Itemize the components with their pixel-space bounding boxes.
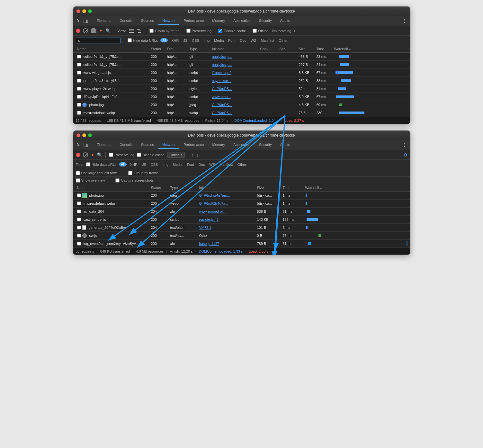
more-options-icon-2[interactable]: ⋮ xyxy=(402,142,407,148)
more-options-icon[interactable]: ⋮ xyxy=(402,18,407,24)
tab-network[interactable]: Network xyxy=(158,17,179,25)
disable-cache-check-1[interactable]: Disable cache xyxy=(218,29,246,33)
table-row[interactable]: photo.jpg 200 http/... jpeg G_P6rpRS... … xyxy=(73,101,410,109)
minimize-button-2[interactable] xyxy=(82,133,86,137)
maximize-button-1[interactable] xyxy=(88,9,92,13)
row-check[interactable] xyxy=(77,234,81,237)
th-type-1[interactable]: Type xyxy=(188,46,211,51)
row-check[interactable] xyxy=(77,202,81,205)
table-row[interactable]: www-widgetapi.js 200 http/... script ifr… xyxy=(73,69,410,77)
tab-security-2[interactable]: Security xyxy=(255,141,276,149)
tab-console[interactable]: Console xyxy=(116,17,136,25)
record-button-1[interactable] xyxy=(76,29,80,33)
filter-xhr-1[interactable]: XHR xyxy=(170,38,180,43)
row-check[interactable] xyxy=(77,63,81,67)
tab-performance-2[interactable]: Performance xyxy=(180,141,208,149)
tab-sources-2[interactable]: Sources xyxy=(137,141,158,149)
row-check[interactable] xyxy=(77,87,81,91)
filter-js-2[interactable]: JS xyxy=(141,162,147,167)
show-overview-check[interactable]: Show overview xyxy=(76,178,105,183)
filter-manifest-1[interactable]: Manifest xyxy=(260,38,275,43)
filter-xhr-2[interactable]: XHR xyxy=(129,162,139,167)
throttle-dropdown-arrow[interactable]: ▾ xyxy=(294,29,295,32)
row-check[interactable] xyxy=(77,218,81,221)
camera-button-1[interactable] xyxy=(91,29,96,33)
th-status-1[interactable]: Status xyxy=(150,46,166,51)
filter-other-1[interactable]: Other xyxy=(278,38,289,43)
th-waterfall-1[interactable]: Waterfall ▲ xyxy=(333,46,407,51)
th-initiator-2[interactable]: Initiator xyxy=(198,185,256,190)
table-row[interactable]: 4PUpJpDdHqrNlnFpJ... 200 http/... script… xyxy=(73,93,410,101)
tab-audits-2[interactable]: Audits xyxy=(276,141,294,149)
filter-ws-1[interactable]: WS xyxy=(250,38,257,43)
offline-check-1[interactable]: Offline xyxy=(253,29,268,33)
row-check[interactable] xyxy=(77,103,81,107)
table-row[interactable]: cast_sender.js 200 script remote.js:41 1… xyxy=(73,216,410,224)
table-row[interactable]: collect?v=1&_v=j75&a... 200 http/... gif… xyxy=(73,53,410,61)
clear-button-2[interactable] xyxy=(83,152,88,157)
row-check[interactable] xyxy=(77,71,81,75)
tab-application[interactable]: Application xyxy=(229,17,255,25)
filter-css-2[interactable]: CSS xyxy=(150,162,159,167)
tab-sources[interactable]: Sources xyxy=(137,17,158,25)
th-time-1[interactable]: Time xyxy=(315,46,333,51)
preserve-log-check-1[interactable]: Preserve log xyxy=(186,29,212,33)
filter-other-2[interactable]: Other xyxy=(237,162,247,167)
table-row[interactable]: prompt?t=a&site=ylj5if... 200 http/... s… xyxy=(73,77,410,85)
search-icon-1[interactable]: 🔍 xyxy=(105,28,111,33)
table-row[interactable]: collect?v=1&_v=j75&a... 200 http/... gif… xyxy=(73,61,410,69)
filter-media-2[interactable]: Media xyxy=(172,162,183,167)
search-icon-2[interactable]: 🔍 xyxy=(97,152,102,157)
device-toolbar-icon[interactable] xyxy=(83,18,89,24)
th-name-2[interactable]: Name xyxy=(76,185,150,190)
view-list-icon[interactable] xyxy=(129,28,134,34)
th-size-1[interactable]: Size xyxy=(298,46,315,51)
th-cookies-1[interactable]: Cook... xyxy=(259,46,278,51)
filter-ws-2[interactable]: WS xyxy=(208,162,216,167)
tab-elements[interactable]: Elements xyxy=(93,17,115,25)
row-check[interactable] xyxy=(77,111,81,115)
hide-data-urls-check-2[interactable]: Hide data URLs xyxy=(86,162,117,166)
th-type-2[interactable]: Type xyxy=(169,185,198,190)
row-check[interactable] xyxy=(77,193,81,197)
th-proto-1[interactable]: Prot... xyxy=(166,46,188,51)
filter-doc-2[interactable]: Doc xyxy=(198,162,206,167)
table-row[interactable]: photo.jpg 200 jpeg G_P6rphsr4g7am... (di… xyxy=(73,192,410,200)
th-waterfall-2[interactable]: Waterfall ▲ xyxy=(304,185,407,190)
filter-icon-2[interactable]: ▼ xyxy=(91,152,95,157)
tab-memory[interactable]: Memory xyxy=(208,17,229,25)
filter-font-2[interactable]: Font xyxy=(186,162,195,167)
tab-application-2[interactable]: Application xyxy=(229,141,255,149)
filter-img-2[interactable]: Img xyxy=(161,162,169,167)
group-by-frame-check-1[interactable]: Group by frame xyxy=(149,29,179,33)
clear-button-1[interactable] xyxy=(83,28,88,33)
filter-manifest-2[interactable]: Manifest xyxy=(219,162,234,167)
filter-doc-1[interactable]: Doc xyxy=(239,38,247,43)
filter-img-1[interactable]: Img xyxy=(203,38,210,43)
minimize-button-1[interactable] xyxy=(82,9,86,13)
th-time-2[interactable]: Time xyxy=(282,185,304,190)
filter-all-2[interactable]: All xyxy=(119,162,127,166)
tab-performance[interactable]: Performance xyxy=(180,17,208,25)
hide-data-urls-check-1[interactable]: Hide data URLs xyxy=(128,38,158,42)
online-selector[interactable]: Online ▾ xyxy=(167,152,185,158)
preserve-log-check-2[interactable]: Preserve log xyxy=(109,153,134,157)
close-button-2[interactable] xyxy=(76,133,80,137)
table-row[interactable]: generate_204?cQ2nBw 204 text/plain VM72:… xyxy=(73,224,410,232)
disable-cache-check-2[interactable]: Disable cache xyxy=(137,153,165,157)
inspect-icon-2[interactable] xyxy=(76,142,82,148)
filter-icon-1[interactable]: ▼ xyxy=(99,28,103,33)
row-check[interactable] xyxy=(77,226,81,229)
filter-js-1[interactable]: JS xyxy=(183,38,189,43)
table-row[interactable]: maxresdefault.webp 200 http/... webp G_P… xyxy=(73,109,410,117)
filter-font-1[interactable]: Font xyxy=(227,38,236,43)
tab-elements-2[interactable]: Elements xyxy=(93,141,115,149)
row-check[interactable] xyxy=(77,55,81,58)
row-check[interactable] xyxy=(77,242,81,246)
filter-css-1[interactable]: CSS xyxy=(191,38,200,43)
th-initiator-1[interactable]: Initiator xyxy=(211,46,259,51)
th-set-cookies-1[interactable]: Set ... xyxy=(278,46,298,51)
device-toolbar-icon-2[interactable] xyxy=(83,142,89,148)
capture-screenshots-check[interactable]: Capture screenshots xyxy=(115,178,154,183)
row-check[interactable] xyxy=(77,79,81,83)
